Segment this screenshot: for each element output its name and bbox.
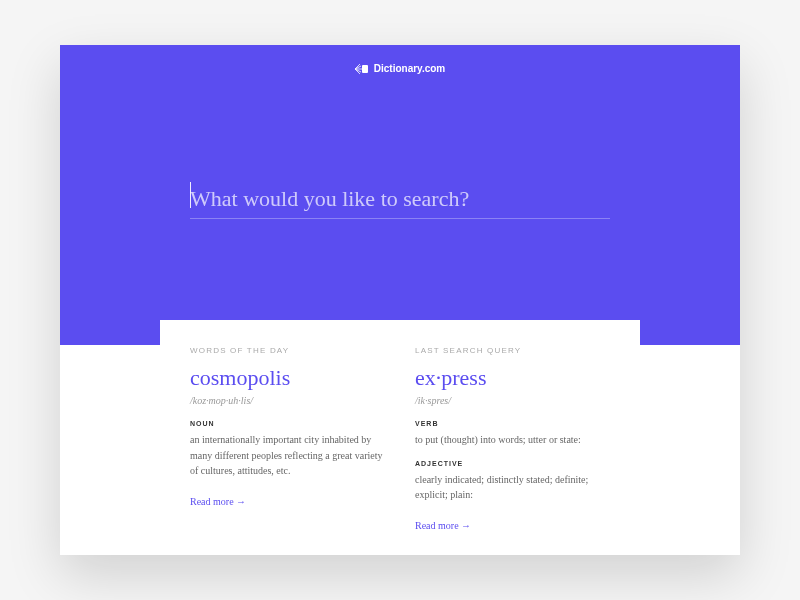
- pronunciation: /ik·spres/: [415, 395, 610, 406]
- card-label: WORDS OF THE DAY: [190, 346, 385, 355]
- svg-rect-0: [362, 65, 368, 73]
- content-cards: WORDS OF THE DAY cosmopolis /koz·mop·uh·…: [160, 320, 640, 555]
- search-input[interactable]: [190, 180, 610, 219]
- part-of-speech: ADJECTIVE: [415, 460, 610, 467]
- card-label: LAST SEARCH QUERY: [415, 346, 610, 355]
- word-title[interactable]: cosmopolis: [190, 365, 385, 391]
- definition: an internationally important city inhabi…: [190, 432, 385, 479]
- brand-name: Dictionary.com: [374, 63, 446, 74]
- definition: clearly indicated; distinctly stated; de…: [415, 472, 610, 503]
- word-title[interactable]: ex·press: [415, 365, 610, 391]
- part-of-speech: NOUN: [190, 420, 385, 427]
- word-of-day-card: WORDS OF THE DAY cosmopolis /koz·mop·uh·…: [190, 346, 385, 533]
- search-container: [190, 180, 610, 219]
- brand-logo[interactable]: Dictionary.com: [60, 63, 740, 74]
- read-more-link[interactable]: Read more →: [190, 496, 246, 507]
- text-cursor: [190, 182, 191, 208]
- last-search-card: LAST SEARCH QUERY ex·press /ik·spres/ VE…: [415, 346, 610, 533]
- read-more-link[interactable]: Read more →: [415, 520, 471, 531]
- logo-icon: [355, 64, 369, 74]
- pronunciation: /koz·mop·uh·lis/: [190, 395, 385, 406]
- part-of-speech: VERB: [415, 420, 610, 427]
- definition: to put (thought) into words; utter or st…: [415, 432, 610, 448]
- hero-section: Dictionary.com: [60, 45, 740, 345]
- app-window: Dictionary.com WORDS OF THE DAY cosmopol…: [60, 45, 740, 555]
